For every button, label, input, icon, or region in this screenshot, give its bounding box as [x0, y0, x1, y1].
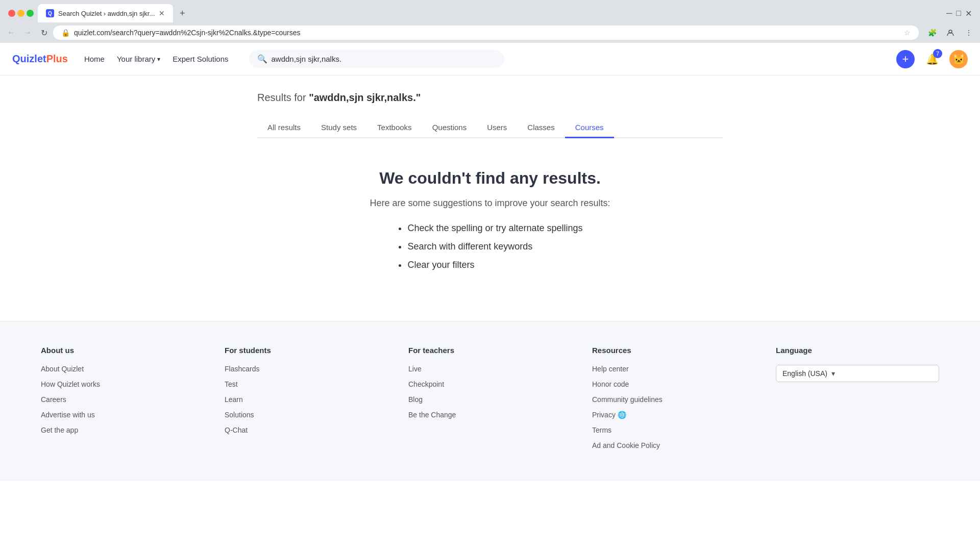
nav-actions: + 🔔 7 🐱 [896, 50, 968, 68]
footer-advertise-link[interactable]: Advertise with us [41, 411, 204, 419]
create-button[interactable]: + [896, 50, 915, 68]
main-content: Results for "awddn,sjn sjkr,nalks." All … [245, 76, 735, 321]
footer-for-students: For students Flashcards Test Learn Solut… [225, 346, 388, 457]
footer-about-heading: About us [41, 346, 204, 355]
language-selector[interactable]: English (USA) ▾ [776, 365, 939, 382]
incognito-button[interactable] [943, 26, 958, 40]
suggestions-intro: Here are some suggestions to improve you… [257, 198, 723, 209]
footer-community-guidelines-link[interactable]: Community guidelines [592, 395, 755, 404]
home-link[interactable]: Home [84, 55, 105, 63]
footer: About us About Quizlet How Quizlet works… [0, 321, 980, 481]
logo-plus: Plus [46, 53, 68, 64]
suggestion-item: Check the spelling or try alternate spel… [407, 219, 582, 237]
footer-about-quizlet-link[interactable]: About Quizlet [41, 365, 204, 373]
footer-cookie-policy-link[interactable]: Ad and Cookie Policy [592, 441, 755, 449]
star-icon[interactable]: ☆ [904, 29, 911, 37]
suggestion-item: Clear your filters [407, 256, 582, 274]
search-input[interactable] [272, 55, 496, 63]
footer-grid: About us About Quizlet How Quizlet works… [41, 346, 939, 457]
footer-resources-heading: Resources [592, 346, 755, 355]
lock-icon: 🔒 [61, 29, 70, 37]
active-tab[interactable]: Q Search Quizlet › awddn,sjn sjkr... ✕ [38, 4, 173, 22]
footer-about-us: About us About Quizlet How Quizlet works… [41, 346, 204, 457]
footer-qchat-link[interactable]: Q-Chat [225, 426, 388, 434]
footer-students-heading: For students [225, 346, 388, 355]
suggestions-list: Check the spelling or try alternate spel… [397, 219, 582, 274]
forward-button[interactable]: → [20, 26, 35, 40]
footer-test-link[interactable]: Test [225, 380, 388, 388]
tab-classes[interactable]: Classes [517, 118, 565, 138]
back-button[interactable]: ← [4, 26, 18, 40]
search-icon: 🔍 [257, 54, 267, 64]
footer-get-app-link[interactable]: Get the app [41, 426, 204, 434]
logo[interactable]: QuizletPlus [12, 53, 68, 65]
footer-help-center-link[interactable]: Help center [592, 365, 755, 373]
minimize-button[interactable]: ─ [946, 9, 952, 18]
footer-be-the-change-link[interactable]: Be the Change [408, 411, 572, 419]
notification-badge: 7 [933, 49, 942, 58]
tab-study-sets[interactable]: Study sets [311, 118, 367, 138]
search-bar[interactable]: 🔍 [249, 50, 504, 68]
notifications-button[interactable]: 🔔 7 [923, 50, 941, 68]
no-results-heading: We couldn't find any results. [257, 169, 723, 188]
footer-for-teachers: For teachers Live Checkpoint Blog Be the… [408, 346, 572, 457]
chevron-down-icon: ▾ [831, 369, 835, 378]
language-value: English (USA) [782, 369, 827, 378]
footer-solutions-link[interactable]: Solutions [225, 411, 388, 419]
footer-learn-link[interactable]: Learn [225, 395, 388, 404]
tab-title: Search Quizlet › awddn,sjn sjkr... [58, 10, 155, 17]
expert-solutions-link[interactable]: Expert Solutions [173, 55, 228, 63]
footer-careers-link[interactable]: Careers [41, 395, 204, 404]
avatar-emoji: 🐱 [952, 53, 965, 65]
address-bar[interactable]: 🔒 quizlet.com/search?query=awddn%2Csjn-s… [53, 26, 919, 40]
footer-how-quizlet-works-link[interactable]: How Quizlet works [41, 380, 204, 388]
tab-courses[interactable]: Courses [565, 118, 614, 138]
refresh-button[interactable]: ↻ [37, 26, 51, 40]
new-tab-button[interactable]: + [175, 6, 189, 20]
footer-language: Language English (USA) ▾ [776, 346, 939, 457]
results-title: Results for "awddn,sjn sjkr,nalks." [257, 92, 723, 104]
plus-icon: + [902, 53, 909, 66]
close-window-button[interactable]: ✕ [965, 9, 972, 18]
tab-textbooks[interactable]: Textbooks [367, 118, 422, 138]
globe-icon: 🌐 [618, 411, 626, 419]
tab-all-results[interactable]: All results [257, 118, 311, 138]
url-text: quizlet.com/search?query=awddn%2Csjn-sjk… [74, 29, 900, 37]
logo-text: Quizlet [12, 53, 46, 64]
footer-honor-code-link[interactable]: Honor code [592, 380, 755, 388]
footer-teachers-heading: For teachers [408, 346, 572, 355]
user-avatar[interactable]: 🐱 [949, 50, 968, 68]
search-tabs: All results Study sets Textbooks Questio… [257, 118, 723, 138]
top-navigation: QuizletPlus Home Your library ▾ Expert S… [0, 43, 980, 76]
tab-favicon: Q [46, 9, 54, 17]
footer-checkpoint-link[interactable]: Checkpoint [408, 380, 572, 388]
footer-privacy-link[interactable]: Privacy 🌐 [592, 411, 755, 419]
footer-blog-link[interactable]: Blog [408, 395, 572, 404]
tab-close-icon[interactable]: ✕ [159, 9, 165, 17]
suggestion-item: Search with different keywords [407, 237, 582, 256]
footer-resources: Resources Help center Honor code Communi… [592, 346, 755, 457]
library-chevron-icon: ▾ [157, 56, 160, 63]
footer-language-heading: Language [776, 346, 939, 355]
no-results-section: We couldn't find any results. Here are s… [257, 159, 723, 305]
footer-flashcards-link[interactable]: Flashcards [225, 365, 388, 373]
extensions-button[interactable]: 🧩 [925, 26, 939, 40]
library-link[interactable]: Your library ▾ [117, 55, 160, 63]
footer-terms-link[interactable]: Terms [592, 426, 755, 434]
tab-questions[interactable]: Questions [422, 118, 477, 138]
menu-button[interactable]: ⋮ [962, 26, 976, 40]
maximize-button[interactable]: □ [956, 9, 961, 18]
search-query: "awddn,sjn sjkr,nalks." [309, 92, 421, 103]
footer-live-link[interactable]: Live [408, 365, 572, 373]
tab-users[interactable]: Users [477, 118, 517, 138]
